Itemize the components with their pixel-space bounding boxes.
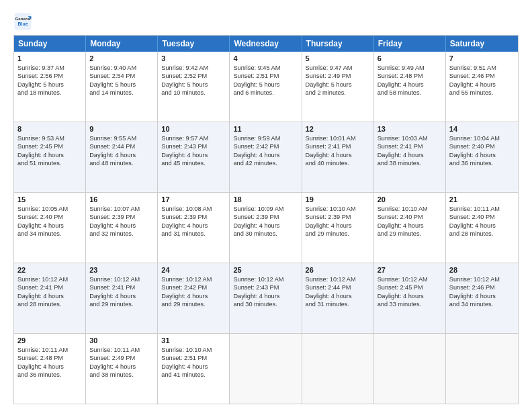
cell-line: and 45 minutes. — [161, 159, 226, 167]
calendar-row: 15Sunrise: 10:05 AMSunset: 2:40 PMDaylig… — [14, 192, 518, 263]
cell-line: Daylight: 4 hours — [449, 151, 515, 159]
cell-line: and 2 minutes. — [306, 89, 370, 97]
cell-line: Sunset: 2:39 PM — [161, 213, 226, 221]
cell-line: and 14 minutes. — [89, 89, 154, 97]
cell-line: Sunrise: 9:49 AM — [378, 64, 442, 72]
day-number: 28 — [449, 266, 515, 274]
cell-line: Daylight: 4 hours — [306, 151, 370, 159]
day-number: 13 — [378, 125, 442, 133]
cell-line: Sunset: 2:41 PM — [378, 142, 442, 150]
cell-line: and 30 minutes. — [233, 230, 298, 238]
day-number: 12 — [306, 125, 370, 133]
weekday-header: Thursday — [302, 36, 374, 52]
calendar-cell: 12Sunrise: 10:01 AMSunset: 2:41 PMDaylig… — [302, 122, 374, 192]
cell-line: Sunrise: 10:12 AM — [306, 275, 370, 283]
calendar-cell: 10Sunrise: 9:57 AMSunset: 2:43 PMDayligh… — [158, 122, 230, 192]
cell-line: Sunrise: 10:03 AM — [378, 134, 442, 142]
day-number: 17 — [161, 195, 226, 203]
cell-line: Sunrise: 10:10 AM — [306, 205, 370, 213]
day-number: 14 — [449, 125, 515, 133]
calendar-cell: 2Sunrise: 9:40 AMSunset: 2:54 PMDaylight… — [86, 52, 158, 122]
cell-line: and 40 minutes. — [306, 159, 370, 167]
calendar-cell: 14Sunrise: 10:04 AMSunset: 2:40 PMDaylig… — [446, 122, 518, 192]
calendar: SundayMondayTuesdayWednesdayThursdayFrid… — [13, 35, 519, 404]
cell-line: Sunrise: 10:10 AM — [378, 205, 442, 213]
day-number: 31 — [161, 336, 226, 345]
calendar-cell: 3Sunrise: 9:42 AMSunset: 2:52 PMDaylight… — [158, 52, 230, 122]
cell-line: Daylight: 4 hours — [17, 363, 82, 371]
cell-line: Sunrise: 10:12 AM — [161, 275, 226, 283]
cell-line: and 6 minutes. — [233, 89, 298, 97]
calendar-cell: 11Sunrise: 9:59 AMSunset: 2:42 PMDayligh… — [230, 122, 302, 192]
cell-line: Daylight: 5 hours — [306, 81, 370, 89]
cell-line: Daylight: 4 hours — [449, 81, 515, 89]
cell-line: Sunset: 2:41 PM — [17, 283, 82, 291]
cell-line: Sunrise: 10:12 AM — [233, 275, 298, 283]
calendar-cell: 26Sunrise: 10:12 AMSunset: 2:44 PMDaylig… — [302, 263, 374, 333]
cell-line: Sunrise: 10:04 AM — [449, 134, 515, 142]
cell-line: Sunrise: 9:40 AM — [89, 64, 154, 72]
calendar-cell: 1Sunrise: 9:37 AMSunset: 2:56 PMDaylight… — [14, 52, 86, 122]
cell-line: Sunset: 2:40 PM — [378, 213, 442, 221]
calendar-row: 29Sunrise: 10:11 AMSunset: 2:48 PMDaylig… — [14, 333, 518, 404]
cell-line: and 33 minutes. — [378, 300, 442, 308]
calendar-cell: 17Sunrise: 10:08 AMSunset: 2:39 PMDaylig… — [158, 193, 230, 263]
cell-line: and 38 minutes. — [89, 371, 154, 379]
cell-line: and 29 minutes. — [378, 230, 442, 238]
cell-line: and 29 minutes. — [161, 300, 226, 308]
cell-line: Sunset: 2:41 PM — [306, 142, 370, 150]
cell-line: Sunset: 2:40 PM — [449, 142, 515, 150]
cell-line: Daylight: 4 hours — [89, 151, 154, 159]
weekday-header: Monday — [86, 36, 158, 52]
cell-line: Sunset: 2:45 PM — [378, 283, 442, 291]
cell-line: Daylight: 4 hours — [161, 151, 226, 159]
cell-line: Sunset: 2:49 PM — [306, 72, 370, 80]
day-number: 1 — [17, 54, 82, 62]
cell-line: Sunset: 2:44 PM — [306, 283, 370, 291]
cell-line: Sunset: 2:39 PM — [306, 213, 370, 221]
day-number: 29 — [17, 336, 82, 345]
day-number: 16 — [89, 195, 154, 203]
cell-line: Daylight: 4 hours — [306, 222, 370, 230]
day-number: 7 — [449, 54, 515, 62]
cell-line: Sunset: 2:43 PM — [161, 142, 226, 150]
calendar-cell: 24Sunrise: 10:12 AMSunset: 2:42 PMDaylig… — [158, 263, 230, 333]
day-number: 10 — [161, 125, 226, 133]
calendar-cell: 23Sunrise: 10:12 AMSunset: 2:41 PMDaylig… — [86, 263, 158, 333]
cell-line: Sunrise: 10:09 AM — [233, 205, 298, 213]
cell-line: Sunset: 2:46 PM — [449, 72, 515, 80]
cell-line: Sunrise: 9:47 AM — [306, 64, 370, 72]
calendar-cell: 6Sunrise: 9:49 AMSunset: 2:48 PMDaylight… — [374, 52, 446, 122]
cell-line: and 28 minutes. — [17, 300, 82, 308]
day-number: 3 — [161, 54, 226, 62]
calendar-cell — [374, 334, 446, 404]
day-number: 4 — [233, 54, 298, 62]
cell-line: Sunset: 2:40 PM — [449, 213, 515, 221]
cell-line: Sunset: 2:39 PM — [233, 213, 298, 221]
cell-line: Daylight: 4 hours — [306, 292, 370, 300]
calendar-cell: 15Sunrise: 10:05 AMSunset: 2:40 PMDaylig… — [14, 193, 86, 263]
cell-line: Daylight: 4 hours — [378, 222, 442, 230]
day-number: 21 — [449, 195, 515, 203]
cell-line: Daylight: 4 hours — [89, 292, 154, 300]
day-number: 11 — [233, 125, 298, 133]
cell-line: and 36 minutes. — [449, 159, 515, 167]
cell-line: Sunset: 2:40 PM — [17, 213, 82, 221]
cell-line: Daylight: 4 hours — [449, 292, 515, 300]
calendar-cell: 27Sunrise: 10:12 AMSunset: 2:45 PMDaylig… — [374, 263, 446, 333]
calendar-cell — [446, 334, 518, 404]
calendar-cell: 21Sunrise: 10:11 AMSunset: 2:40 PMDaylig… — [446, 193, 518, 263]
cell-line: and 55 minutes. — [449, 89, 515, 97]
day-number: 22 — [17, 266, 82, 274]
logo-icon: General Blue — [13, 12, 32, 31]
day-number: 8 — [17, 125, 82, 133]
cell-line: Daylight: 5 hours — [233, 81, 298, 89]
cell-line: Sunrise: 10:12 AM — [378, 275, 442, 283]
cell-line: Sunset: 2:56 PM — [17, 72, 82, 80]
day-number: 6 — [378, 54, 442, 62]
cell-line: Sunset: 2:44 PM — [89, 142, 154, 150]
calendar-cell: 31Sunrise: 10:10 AMSunset: 2:51 PMDaylig… — [158, 334, 230, 404]
calendar-cell: 5Sunrise: 9:47 AMSunset: 2:49 PMDaylight… — [302, 52, 374, 122]
calendar-cell: 13Sunrise: 10:03 AMSunset: 2:41 PMDaylig… — [374, 122, 446, 192]
cell-line: Daylight: 4 hours — [17, 151, 82, 159]
